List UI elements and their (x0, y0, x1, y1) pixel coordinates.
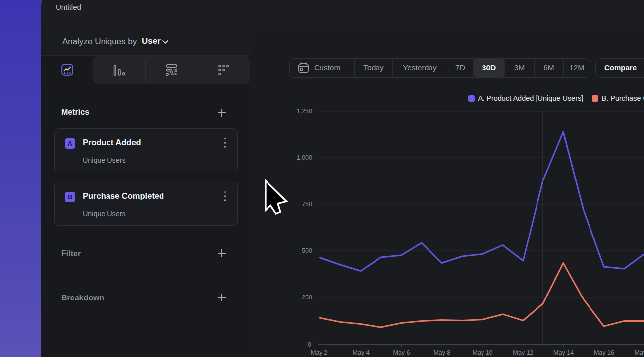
svg-text:0: 0 (308, 341, 311, 348)
svg-text:750: 750 (302, 201, 312, 208)
svg-text:May 16: May 16 (594, 349, 614, 356)
svg-text:May 4: May 4 (353, 349, 370, 356)
svg-text:1,000: 1,000 (297, 154, 312, 161)
svg-text:May 6: May 6 (393, 349, 410, 356)
svg-text:250: 250 (302, 294, 312, 301)
svg-text:1,250: 1,250 (297, 108, 312, 115)
svg-text:May 12: May 12 (513, 349, 533, 356)
svg-text:May 10: May 10 (473, 349, 493, 356)
svg-text:May 14: May 14 (553, 349, 574, 356)
svg-text:500: 500 (302, 247, 312, 254)
svg-text:May 2: May 2 (311, 349, 327, 356)
svg-text:May 8: May 8 (433, 349, 450, 356)
svg-text:May 18: May 18 (635, 349, 644, 356)
